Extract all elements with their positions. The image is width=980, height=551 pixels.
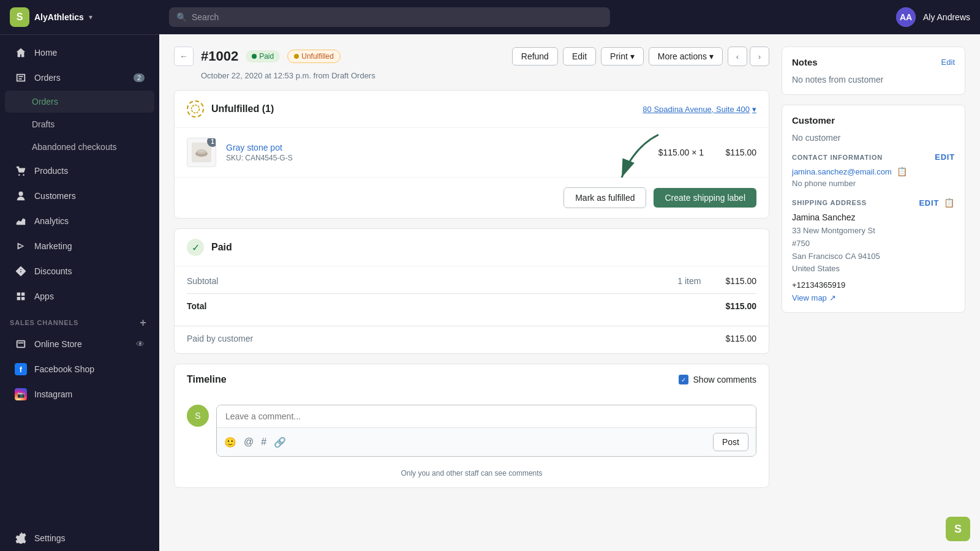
svg-text:AA: AA bbox=[900, 12, 912, 22]
copy-address-icon[interactable]: 📋 bbox=[944, 198, 955, 208]
shipping-edit-link[interactable]: Edit bbox=[919, 198, 939, 208]
product-info: Gray stone pot SKU: CAN4545-G-S bbox=[226, 143, 649, 162]
customer-email[interactable]: jamina.sanchez@email.com bbox=[792, 167, 892, 176]
back-button[interactable]: ← bbox=[174, 47, 194, 66]
order-header: ← #1002 Paid Unfulfilled Refund Edit Pri… bbox=[174, 47, 769, 66]
orders-icon bbox=[15, 72, 27, 84]
total-label: Total bbox=[187, 301, 725, 311]
unfulfilled-status-badge: Unfulfilled bbox=[287, 50, 341, 63]
link-icon[interactable]: 🔗 bbox=[274, 437, 286, 448]
sidebar-item-customers[interactable]: Customers bbox=[5, 184, 154, 208]
user-avatar[interactable]: AA bbox=[896, 7, 916, 27]
prev-order-button[interactable]: ‹ bbox=[728, 47, 747, 66]
notes-edit-link[interactable]: Edit bbox=[941, 58, 955, 67]
paid-dot bbox=[252, 54, 257, 59]
order-number: #1002 bbox=[201, 48, 238, 64]
post-comment-button[interactable]: Post bbox=[713, 433, 748, 451]
timeline-header: Timeline ✓ Show comments bbox=[175, 364, 769, 395]
sidebar-customers-label: Customers bbox=[34, 191, 76, 201]
main-content: ← #1002 Paid Unfulfilled Refund Edit Pri… bbox=[159, 34, 980, 551]
refund-button[interactable]: Refund bbox=[512, 47, 558, 66]
show-comments-checkbox[interactable]: ✓ bbox=[679, 375, 688, 384]
sidebar-facebook-label: Facebook Shop bbox=[34, 364, 94, 374]
eye-icon[interactable]: 👁 bbox=[136, 339, 145, 349]
sidebar-item-instagram[interactable]: 📷 Instagram bbox=[5, 382, 154, 407]
unfulfilled-dot bbox=[294, 54, 299, 59]
contact-edit-link[interactable]: Edit bbox=[935, 152, 955, 162]
topbar-right: AA Aly Andrews bbox=[896, 7, 970, 27]
more-actions-button[interactable]: More actions ▾ bbox=[649, 47, 723, 66]
edit-button[interactable]: Edit bbox=[563, 47, 596, 66]
user-name: Aly Andrews bbox=[923, 12, 970, 22]
unfulfilled-icon bbox=[187, 100, 204, 118]
shopify-watermark: S bbox=[946, 517, 970, 541]
copy-email-icon[interactable]: 📋 bbox=[897, 167, 907, 176]
mark-fulfilled-button[interactable]: Mark as fulfilled bbox=[564, 187, 646, 208]
subtotal-label: Subtotal bbox=[187, 276, 677, 286]
marketing-icon bbox=[15, 240, 27, 252]
sidebar-orders-label: Orders bbox=[34, 73, 61, 83]
facebook-icon: f bbox=[15, 363, 27, 375]
shopify-logo: S bbox=[10, 7, 29, 27]
product-name[interactable]: Gray stone pot bbox=[226, 143, 649, 152]
shipping-section: SHIPPING ADDRESS Edit 📋 Jamina Sanchez 3… bbox=[792, 198, 955, 302]
create-shipping-label-button[interactable]: Create shipping label bbox=[654, 188, 756, 208]
search-input[interactable] bbox=[192, 12, 603, 22]
emoji-icon[interactable]: 🙂 bbox=[224, 437, 236, 448]
show-comments-toggle[interactable]: ✓ Show comments bbox=[679, 375, 756, 384]
orders-badge: 2 bbox=[134, 73, 145, 82]
payment-title: Paid bbox=[211, 242, 232, 253]
show-comments-label: Show comments bbox=[693, 375, 756, 384]
hashtag-icon[interactable]: # bbox=[261, 437, 266, 448]
svg-text:S: S bbox=[195, 411, 200, 421]
sidebar-item-facebook-shop[interactable]: f Facebook Shop bbox=[5, 357, 154, 381]
store-dropdown-icon[interactable]: ▾ bbox=[89, 13, 92, 21]
paid-status-badge: Paid bbox=[246, 50, 280, 62]
add-sales-channel-icon[interactable]: + bbox=[137, 317, 149, 329]
email-row: jamina.sanchez@email.com 📋 bbox=[792, 167, 955, 176]
next-order-button[interactable]: › bbox=[750, 47, 769, 66]
sidebar-item-apps[interactable]: Apps bbox=[5, 284, 154, 309]
search-box[interactable]: 🔍 bbox=[169, 7, 610, 27]
sidebar-item-online-store[interactable]: Online Store 👁 bbox=[5, 332, 154, 356]
print-button[interactable]: Print ▾ bbox=[601, 47, 644, 66]
settings-icon bbox=[15, 532, 27, 544]
contact-info-title: CONTACT INFORMATION Edit bbox=[792, 152, 955, 162]
sidebar-item-orders[interactable]: Orders 2 bbox=[5, 66, 154, 90]
home-icon bbox=[15, 47, 27, 59]
contact-section: CONTACT INFORMATION Edit jamina.sanchez@… bbox=[792, 152, 955, 188]
sidebar-products-label: Products bbox=[34, 166, 68, 176]
comment-input[interactable] bbox=[217, 405, 756, 427]
notes-title: Notes bbox=[792, 57, 818, 67]
sidebar-item-home[interactable]: Home bbox=[5, 40, 154, 65]
sidebar-orders-sub-label: Orders bbox=[32, 97, 58, 107]
card-actions: Mark as fulfilled Create shipping label bbox=[175, 177, 769, 218]
comment-area: S 🙂 @ # 🔗 Post bbox=[175, 395, 769, 467]
sidebar-online-store-label: Online Store bbox=[34, 339, 82, 349]
comment-input-wrap: 🙂 @ # 🔗 Post bbox=[216, 405, 756, 457]
sidebar-header[interactable]: S AlyAthletics ▾ bbox=[0, 0, 159, 35]
sidebar-item-analytics[interactable]: Analytics bbox=[5, 209, 154, 233]
sidebar-item-drafts[interactable]: Drafts bbox=[5, 113, 154, 135]
customer-empty: No customer bbox=[792, 133, 840, 143]
external-link-icon: ↗ bbox=[829, 293, 836, 302]
svg-point-2 bbox=[192, 105, 200, 113]
sidebar-item-marketing[interactable]: Marketing bbox=[5, 234, 154, 258]
sidebar-analytics-label: Analytics bbox=[34, 216, 69, 226]
sidebar-item-products[interactable]: Products bbox=[5, 159, 154, 183]
sidebar-apps-label: Apps bbox=[34, 291, 54, 301]
print-dropdown-icon: ▾ bbox=[630, 51, 635, 61]
sidebar-item-abandoned[interactable]: Abandoned checkouts bbox=[5, 136, 154, 158]
customer-card-header: Customer bbox=[792, 115, 955, 126]
shipping-address: 33 New Montgomery St#750San Francisco CA… bbox=[792, 225, 955, 276]
sidebar-item-orders-sub[interactable]: Orders bbox=[5, 91, 154, 113]
sidebar-item-settings[interactable]: Settings bbox=[5, 526, 154, 550]
subtotal-row: Subtotal 1 item $115.00 bbox=[175, 271, 769, 291]
fulfillment-card: Unfulfilled (1) 80 Spadina Avenue, Suite… bbox=[174, 90, 769, 219]
instagram-icon: 📷 bbox=[15, 388, 27, 400]
sidebar-item-discounts[interactable]: Discounts bbox=[5, 259, 154, 283]
view-map-link[interactable]: View map ↗ bbox=[792, 293, 955, 302]
fulfillment-location[interactable]: 80 Spadina Avenue, Suite 400 ▾ bbox=[643, 105, 756, 114]
mention-icon[interactable]: @ bbox=[244, 437, 254, 448]
nav-arrows: ‹ › bbox=[728, 47, 769, 66]
